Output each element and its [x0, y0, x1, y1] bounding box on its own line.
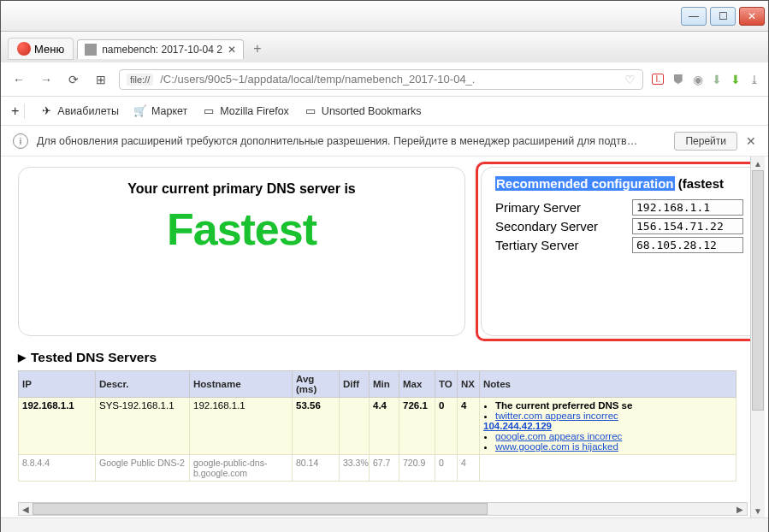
save-icon[interactable]: ⤓	[749, 73, 760, 86]
cell-nx: 4	[458, 455, 480, 482]
primary-dns-heading: Your current primary DNS server is	[27, 181, 456, 197]
cell-descr: SYS-192.168.1.1	[96, 398, 190, 455]
recommended-config-panel: Recommended configuration (fastest Prima…	[481, 167, 763, 336]
opera-menu-button[interactable]: Меню	[8, 38, 74, 60]
horizontal-scrollbar[interactable]: ◀ ▶	[18, 502, 748, 516]
bookmarks-bar: + ✈Авиабилеты 🛒Маркет ▭Mozilla Firefox ▭…	[1, 97, 768, 126]
bookmark-label: Маркет	[151, 105, 187, 117]
plane-icon: ✈	[40, 105, 52, 117]
scroll-thumb[interactable]	[752, 170, 764, 411]
shield-icon[interactable]: ⛊	[672, 73, 684, 86]
cell-ip: 192.168.1.1	[19, 398, 96, 455]
tested-servers-table: IP Descr. Hostname Avg (ms) Diff Min Max…	[18, 370, 736, 482]
vpn-icon[interactable]: ◉	[693, 73, 703, 86]
scroll-up-icon[interactable]: ▲	[751, 157, 765, 170]
th-notes: Notes	[480, 371, 736, 398]
cell-min: 67.7	[370, 455, 399, 482]
cell-to: 0	[435, 455, 458, 482]
cart-icon: 🛒	[134, 105, 146, 117]
scroll-down-icon[interactable]: ▼	[751, 504, 765, 517]
th-nx: NX	[458, 371, 480, 398]
cell-nx: 4	[458, 398, 480, 455]
address-bar: ← → ⟳ ⊞ file:// /C:/users/90c5~1/appdata…	[1, 62, 768, 97]
recommended-heading-selected: Recommended configuration	[495, 176, 675, 191]
primary-server-label: Primary Server	[495, 200, 624, 215]
cell-avg: 80.14	[293, 455, 340, 482]
speed-dial-button[interactable]: ⊞	[92, 70, 110, 89]
bookmark-label: Unsorted Bookmarks	[322, 105, 422, 117]
adblock-icon[interactable]: I.	[652, 74, 664, 85]
bookmark-market[interactable]: 🛒Маркет	[134, 105, 187, 117]
note-link[interactable]: www.google.com is hijacked	[495, 441, 618, 452]
triangle-icon: ▶	[18, 352, 26, 364]
recommended-heading-rest: (fastest	[675, 176, 725, 191]
page-content: Your current primary DNS server is Faste…	[1, 157, 768, 517]
note-ip: 104.244.42.129	[483, 421, 552, 431]
url-input[interactable]: file:// /C:/users/90c5~1/appdata/local/t…	[119, 69, 643, 90]
menu-label: Меню	[34, 43, 64, 56]
th-avg: Avg (ms)	[293, 371, 340, 398]
recommended-heading: Recommended configuration (fastest	[495, 176, 762, 191]
favorite-icon[interactable]: ♡	[624, 73, 636, 86]
download-icon[interactable]: ⬇	[712, 73, 722, 86]
scroll-thumb[interactable]	[33, 503, 488, 515]
maximize-button[interactable]: ☐	[710, 7, 736, 26]
tab-close-button[interactable]: ✕	[228, 44, 236, 56]
tested-heading-text: Tested DNS Servers	[31, 350, 157, 365]
vertical-scrollbar[interactable]: ▲ ▼	[750, 157, 765, 517]
primary-dns-panel: Your current primary DNS server is Faste…	[18, 167, 465, 336]
add-bookmark-button[interactable]: +	[11, 103, 25, 119]
th-min: Min	[370, 371, 399, 398]
bookmark-aviabilety[interactable]: ✈Авиабилеты	[40, 105, 119, 117]
cell-diff	[340, 398, 370, 455]
primary-server-input[interactable]	[632, 199, 743, 216]
close-window-button[interactable]: ✕	[739, 7, 765, 26]
url-text: /C:/users/90c5~1/appdata/local/temp/name…	[160, 73, 618, 86]
minimize-button[interactable]: —	[681, 7, 707, 26]
cell-descr: Google Public DNS-2	[96, 455, 190, 482]
cell-host: 192.168.1.1	[190, 398, 293, 455]
tertiary-server-label: Tertiary Server	[495, 238, 624, 252]
go-to-extensions-button[interactable]: Перейти	[674, 132, 737, 151]
cell-diff: 33.3%	[340, 455, 370, 482]
scroll-left-icon[interactable]: ◀	[19, 503, 33, 515]
opera-logo-icon	[17, 42, 31, 56]
tab-favicon-icon	[85, 44, 97, 56]
scroll-track[interactable]	[33, 503, 733, 515]
forward-button[interactable]: →	[37, 70, 56, 89]
cell-host: google-public-dns-b.google.com	[190, 455, 293, 482]
scroll-track[interactable]	[751, 170, 765, 504]
cell-min: 4.4	[370, 398, 399, 455]
cell-ip: 8.8.4.4	[19, 455, 96, 482]
cell-max: 720.9	[399, 455, 435, 482]
th-descr: Descr.	[96, 371, 190, 398]
bookmark-label: Mozilla Firefox	[220, 105, 289, 117]
dismiss-notification-button[interactable]: ✕	[746, 134, 756, 148]
bookmark-firefox[interactable]: ▭Mozilla Firefox	[203, 105, 289, 117]
table-header-row: IP Descr. Hostname Avg (ms) Diff Min Max…	[19, 371, 736, 398]
folder-icon: ▭	[305, 105, 316, 117]
tab-title: namebench: 2017-10-04 2	[102, 44, 222, 56]
cell-notes	[480, 455, 736, 482]
bookmark-unsorted[interactable]: ▭Unsorted Bookmarks	[305, 105, 422, 117]
tertiary-server-input[interactable]	[632, 237, 743, 253]
note-link[interactable]: google.com appears incorrec	[495, 431, 622, 441]
extension-icon[interactable]: ⬇	[731, 73, 741, 86]
back-button[interactable]: ←	[9, 70, 28, 89]
info-icon: i	[13, 133, 28, 149]
url-scheme: file://	[127, 74, 153, 86]
note-text: The current preferred DNS se	[495, 400, 632, 411]
reload-button[interactable]: ⟳	[64, 70, 83, 89]
new-tab-button[interactable]: +	[247, 39, 268, 58]
server-config-table: Primary Server Secondary Server Tertiary…	[495, 199, 762, 253]
folder-icon: ▭	[203, 105, 215, 117]
scroll-right-icon[interactable]: ▶	[733, 503, 747, 515]
browser-tab[interactable]: namebench: 2017-10-04 2 ✕	[77, 39, 244, 59]
note-link[interactable]: twitter.com appears incorrec	[495, 411, 618, 421]
tab-strip: Меню namebench: 2017-10-04 2 ✕ +	[1, 32, 768, 62]
notification-text: Для обновления расширений требуются допо…	[37, 135, 665, 147]
cell-max: 726.1	[399, 398, 435, 455]
secondary-server-input[interactable]	[632, 218, 743, 234]
fastest-label: Fastest	[27, 204, 456, 255]
app-window: — ☐ ✕ Меню namebench: 2017-10-04 2 ✕ + ←…	[0, 0, 769, 532]
